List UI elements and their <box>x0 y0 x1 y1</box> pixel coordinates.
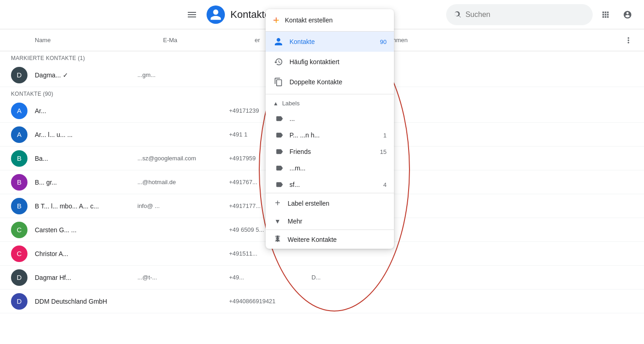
avatar: D <box>11 67 27 83</box>
label-name: ... <box>289 115 381 122</box>
kontakte-label: Kontakte <box>289 38 370 45</box>
mehr-button[interactable]: ▼ Mehr <box>266 213 394 229</box>
contact-name: B T... l... mbo... A... c... <box>35 202 137 210</box>
plus-colored-icon: + <box>273 15 279 26</box>
label-icon <box>275 147 284 156</box>
avatar: A <box>11 103 27 119</box>
menu-button[interactable] <box>183 5 201 24</box>
avatar: A <box>11 126 27 143</box>
create-label-button[interactable]: + Label erstellen <box>266 193 394 213</box>
contact-phone: +49... <box>229 274 311 281</box>
chevron-up-icon: ▲ <box>273 100 278 107</box>
create-label-label: Label erstellen <box>288 200 329 207</box>
table-row[interactable]: D DDM Deutschland GmbH +4940866919421 <box>0 289 644 313</box>
contact-email: info@ ... <box>137 202 229 209</box>
label-name: ...m... <box>289 164 381 172</box>
search-input[interactable] <box>465 11 585 19</box>
contact-name: DDM Deutschland GmbH <box>35 298 137 305</box>
labels-header-label: Labels <box>282 100 300 107</box>
nav-haeufig[interactable]: Häufig kontaktiert <box>266 52 394 72</box>
contact-email: ...@hotmail.de <box>137 179 229 186</box>
search-bar[interactable] <box>446 4 593 25</box>
search-icon <box>453 10 462 19</box>
label-count: 15 <box>380 148 387 155</box>
col-header-name: Name <box>35 37 163 44</box>
contact-name: Ar... l... u... ... <box>35 131 137 138</box>
dropdown-panel: + Kontakt erstellen Kontakte 90 Häufig k… <box>266 9 394 249</box>
avatar: D <box>11 293 27 310</box>
label-count: 4 <box>383 181 387 188</box>
label-item[interactable]: ... <box>266 110 394 127</box>
kontakte-count: 90 <box>376 38 387 45</box>
avatar: B <box>11 150 27 167</box>
mehr-label: Mehr <box>288 218 302 225</box>
chevron-down-icon: ▼ <box>273 218 282 225</box>
person-icon <box>273 36 284 47</box>
avatar: D <box>11 269 27 286</box>
label-name: Friends <box>289 148 375 155</box>
weitere-kontakte-button[interactable]: Weitere Kontakte <box>266 229 394 249</box>
label-item[interactable]: ...m... <box>266 160 394 176</box>
history-icon <box>273 56 284 67</box>
app-title: Kontakte <box>230 9 270 21</box>
grid-icon <box>601 10 610 19</box>
label-name: P... ...n h... <box>289 131 378 139</box>
doppelte-label: Doppelte Kontakte <box>289 78 387 86</box>
avatar: B <box>11 198 27 214</box>
table-row[interactable]: D Dagmar Hf... ...@t-... +49... D... <box>0 266 644 289</box>
label-item[interactable]: P... ...n h... 1 <box>266 127 394 143</box>
contact-email: ...@t-... <box>137 274 229 281</box>
label-item[interactable]: sf... 4 <box>266 176 394 193</box>
label-item[interactable]: Friends 15 <box>266 143 394 160</box>
create-contact-button[interactable]: + Kontakt erstellen <box>266 9 394 32</box>
contact-name: Carsten G... ... <box>35 226 137 234</box>
account-button[interactable] <box>618 5 637 24</box>
label-count: 1 <box>383 132 387 139</box>
more-vert-icon[interactable] <box>624 36 633 45</box>
contact-name: Dagma... ✓ <box>35 71 137 79</box>
account-icon <box>623 10 632 19</box>
contact-name: Ar... <box>35 107 137 115</box>
contact-phone: +491511... <box>229 250 311 257</box>
contact-phone: +4940866919421 <box>229 298 311 305</box>
apps-button[interactable] <box>596 5 615 24</box>
plus-icon: + <box>273 198 282 208</box>
label-icon <box>275 131 284 140</box>
avatar: C <box>11 222 27 238</box>
contact-name: Ba... <box>35 155 137 162</box>
hamburger-icon <box>188 14 196 15</box>
haeufig-label: Häufig kontaktiert <box>289 58 387 66</box>
import-icon <box>273 235 282 244</box>
label-icon <box>275 180 284 189</box>
labels-section-header: ▲ Labels <box>266 96 394 110</box>
copy-icon <box>273 76 284 87</box>
contact-email: ...sz@googlemail.com <box>137 155 229 162</box>
weitere-label: Weitere Kontakte <box>288 236 337 243</box>
contact-name: Dagmar Hf... <box>35 274 137 281</box>
create-contact-label: Kontakt erstellen <box>285 16 333 24</box>
nav-kontakte[interactable]: Kontakte 90 <box>266 32 394 52</box>
contact-position: D... <box>311 274 633 281</box>
divider <box>266 94 394 94</box>
contact-name: B... gr... <box>35 179 137 186</box>
col-header-email: E-Ma <box>163 37 255 44</box>
nav-doppelte[interactable]: Doppelte Kontakte <box>266 72 394 92</box>
contact-name: Christor A... <box>35 250 137 257</box>
avatar: C <box>11 246 27 262</box>
avatar: B <box>11 174 27 191</box>
label-icon <box>275 114 284 123</box>
label-name: sf... <box>289 181 378 188</box>
avatar[interactable] <box>207 5 225 24</box>
contact-email: ...gm... <box>137 71 229 78</box>
label-icon <box>275 164 284 173</box>
